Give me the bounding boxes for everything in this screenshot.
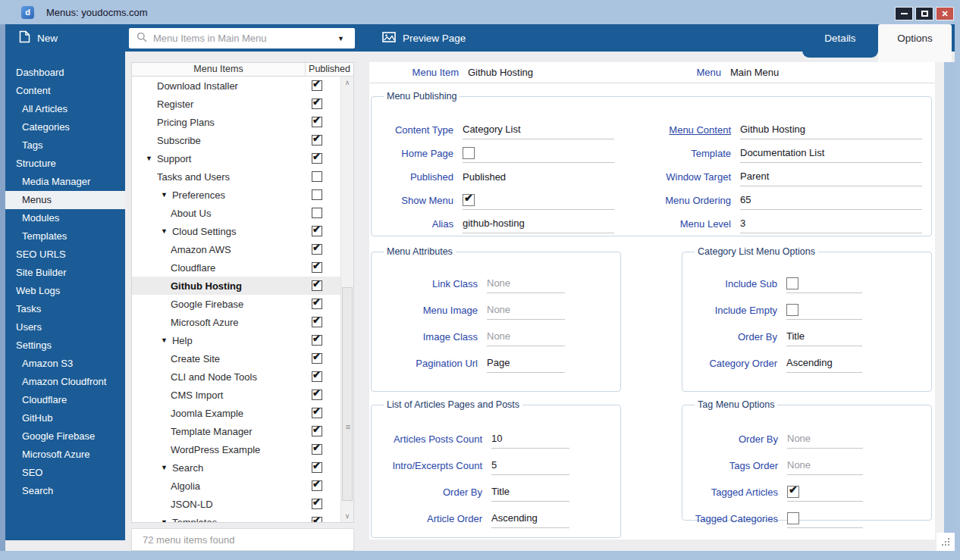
field-control-pagination-url[interactable]: Page: [487, 353, 565, 373]
checkbox-include-empty[interactable]: [786, 304, 798, 316]
published-checkbox[interactable]: [312, 408, 322, 418]
published-checkbox[interactable]: [312, 226, 322, 236]
field-control-include-empty[interactable]: [786, 300, 862, 320]
sidebar-item-web-logs[interactable]: Web Logs: [5, 282, 125, 300]
sidebar-item-cloudflare[interactable]: Cloudflare: [5, 391, 125, 409]
field-control-menu-ordering[interactable]: 65: [740, 190, 922, 210]
tree-scrollbar[interactable]: ∧ ≡ ∨: [340, 77, 353, 522]
field-control-order-by[interactable]: Title: [786, 327, 862, 346]
maximize-button[interactable]: [915, 7, 933, 20]
preview-page-button[interactable]: Preview Page: [375, 24, 473, 52]
field-control-include-sub[interactable]: [786, 274, 862, 293]
field-control-home-page[interactable]: [463, 143, 614, 163]
sidebar-item-microsoft-azure[interactable]: Microsoft Azure: [5, 446, 125, 464]
published-checkbox[interactable]: [312, 317, 322, 327]
field-control-window-target[interactable]: Parent: [740, 167, 922, 186]
sidebar-item-menus[interactable]: Menus: [5, 191, 125, 209]
sidebar-item-search[interactable]: Search: [5, 482, 125, 500]
field-control-order-by[interactable]: Title: [491, 482, 569, 502]
expand-arrow-icon[interactable]: ▼: [161, 336, 168, 344]
field-control-show-menu[interactable]: [463, 190, 614, 210]
published-checkbox[interactable]: [312, 371, 322, 382]
expand-arrow-icon[interactable]: ▼: [161, 464, 168, 471]
field-control-template[interactable]: Documentation List: [740, 143, 922, 163]
published-checkbox[interactable]: [312, 335, 322, 346]
column-header-menu-items[interactable]: Menu Items: [132, 63, 305, 76]
tree-row-amazon-aws[interactable]: Amazon AWS: [132, 240, 340, 258]
tree-row-cms-import[interactable]: CMS Import: [132, 386, 340, 404]
sidebar-item-seo[interactable]: SEO: [5, 464, 125, 482]
tree-row-help[interactable]: ▼Help: [132, 331, 340, 349]
checkbox-tagged-categories[interactable]: [787, 512, 799, 524]
column-header-published[interactable]: Published: [305, 63, 353, 76]
checkbox-home-page[interactable]: [463, 147, 475, 159]
tree-row-tasks-and-users[interactable]: Tasks and Users: [132, 167, 340, 186]
tree-row-template-manager[interactable]: Template Manager: [132, 422, 340, 440]
tree-row-register[interactable]: Register: [132, 95, 340, 113]
tree-row-about-us[interactable]: About Us: [132, 204, 340, 222]
sidebar-item-modules[interactable]: Modules: [5, 209, 125, 227]
published-checkbox[interactable]: [312, 299, 322, 309]
sidebar-item-amazon-cloudfront[interactable]: Amazon Cloudfront: [5, 373, 125, 391]
tree-row-subscribe[interactable]: Subscribe: [132, 131, 340, 149]
tab-details[interactable]: Details: [802, 24, 878, 58]
tree-row-algolia[interactable]: Algolia: [132, 477, 340, 495]
published-checkbox[interactable]: [312, 244, 322, 255]
tree-row-create-site[interactable]: Create Site: [132, 349, 340, 368]
tree-row-wordpress-example[interactable]: WordPress Example: [132, 440, 340, 458]
sidebar-item-github[interactable]: GitHub: [5, 409, 125, 427]
field-control-menu-image[interactable]: None: [487, 300, 565, 320]
tree-row-cloudflare[interactable]: Cloudflare: [132, 258, 340, 277]
expand-arrow-icon[interactable]: ▼: [161, 227, 168, 235]
expand-arrow-icon[interactable]: ▼: [146, 155, 152, 162]
sidebar-item-seo-urls[interactable]: SEO URLS: [5, 246, 125, 264]
field-control-intro-excerpts-count[interactable]: 5: [491, 455, 569, 475]
field-control-tags-order[interactable]: None: [787, 455, 863, 475]
minimize-button[interactable]: [895, 7, 913, 20]
tab-options[interactable]: Options: [878, 24, 952, 62]
scrollbar-thumb[interactable]: ≡: [342, 287, 353, 501]
published-checkbox[interactable]: [312, 208, 322, 218]
field-control-link-class[interactable]: None: [487, 274, 565, 293]
sidebar-item-content[interactable]: Content: [5, 82, 125, 100]
field-control-articles-posts-count[interactable]: 10: [491, 429, 569, 449]
sidebar-item-google-firebase[interactable]: Google Firebase: [5, 427, 125, 446]
published-checkbox[interactable]: [312, 117, 322, 127]
tree-row-preferences[interactable]: ▼Preferences: [132, 186, 340, 204]
sidebar-item-site-builder[interactable]: Site Builder: [5, 264, 125, 282]
field-control-menu-content[interactable]: Github Hosting: [740, 120, 922, 139]
sidebar-item-templates[interactable]: Templates: [5, 227, 125, 246]
published-checkbox[interactable]: [312, 517, 322, 522]
tree-row-json-ld[interactable]: JSON-LD: [132, 495, 340, 513]
scroll-up-icon[interactable]: ∧: [341, 77, 353, 89]
scroll-down-icon[interactable]: ∨: [341, 510, 353, 522]
tree-row-google-firebase[interactable]: Google Firebase: [132, 295, 340, 313]
expand-arrow-icon[interactable]: ▼: [161, 191, 168, 199]
field-control-tagged-articles[interactable]: [787, 482, 863, 502]
field-control-tagged-categories[interactable]: [787, 508, 863, 528]
published-checkbox[interactable]: [312, 480, 322, 491]
published-checkbox[interactable]: [312, 353, 322, 364]
published-checkbox[interactable]: [312, 80, 322, 91]
menu-search-combobox[interactable]: Menu Items in Main Menu ▼: [129, 28, 355, 48]
field-control-alias[interactable]: github-hosting: [463, 214, 614, 233]
new-button[interactable]: New: [11, 24, 65, 52]
field-control-published[interactable]: Published: [463, 167, 614, 186]
tree-row-templates[interactable]: ▼Templates: [132, 513, 340, 522]
chevron-down-icon[interactable]: ▼: [337, 35, 344, 42]
tree-row-support[interactable]: ▼Support: [132, 149, 340, 167]
published-checkbox[interactable]: [312, 189, 322, 200]
tree-row-github-hosting[interactable]: Github Hosting: [132, 277, 340, 295]
sidebar-item-tags[interactable]: Tags: [5, 136, 125, 155]
tree-row-cloud-settings[interactable]: ▼Cloud Settings: [132, 222, 340, 240]
published-checkbox[interactable]: [312, 135, 322, 145]
field-label-link[interactable]: Menu Content: [649, 124, 731, 136]
field-control-order-by[interactable]: None: [787, 429, 863, 449]
published-checkbox[interactable]: [312, 153, 322, 164]
close-button[interactable]: ✕: [936, 7, 954, 20]
sidebar-item-amazon-s3[interactable]: Amazon S3: [5, 355, 125, 373]
field-control-menu-level[interactable]: 3: [740, 214, 922, 233]
tree-row-microsoft-azure[interactable]: Microsoft Azure: [132, 313, 340, 331]
tree-row-cli-and-node-tools[interactable]: CLI and Node Tools: [132, 368, 340, 386]
tree-row-download-installer[interactable]: Download Installer: [132, 77, 340, 95]
